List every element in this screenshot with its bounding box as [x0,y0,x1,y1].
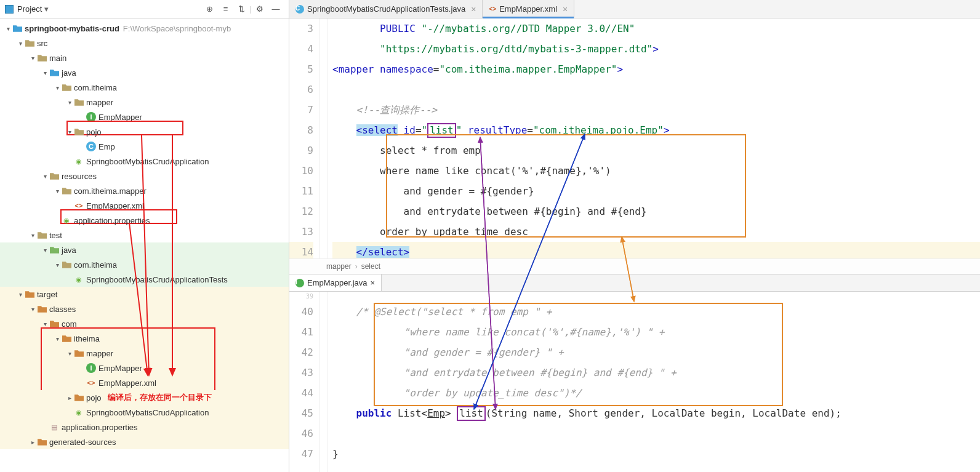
tree-app-props[interactable]: ▾◉ application.properties [0,213,289,228]
tree-app-tests[interactable]: ▾◉ SpringbootMybatisCrudApplicationTests [0,272,289,287]
project-icon [5,5,14,14]
spring-icon: ◉ [74,156,84,166]
tree-classes[interactable]: ▾ classes [0,302,289,316]
tab-label: EmpMapper.java [307,278,367,287]
tree-src[interactable]: ▾ src [0,36,289,50]
tree-target[interactable]: ▾ target [0,287,289,302]
tree-java[interactable]: ▾ java [0,65,289,80]
class-icon: C [86,142,96,151]
expand-icon[interactable]: ⇅ [236,4,247,15]
crumb[interactable]: mapper [326,262,351,271]
gutter: 34567891011121314 [289,18,320,258]
target-icon[interactable]: ⊕ [204,4,215,15]
tree-emp-mapper[interactable]: ▾I EmpMapper [0,110,289,124]
tree-test[interactable]: ▾ test [0,228,289,242]
spring-icon: ◉ [74,407,84,417]
tree-app-props2[interactable]: ▾▤ application.properties [0,420,289,434]
code-body[interactable]: /* @Select("select * from emp " + "where… [327,292,980,472]
tree-root[interactable]: ▾ springboot-mybatis-crud F:\WorkSpace\s… [0,21,289,36]
tree-com[interactable]: ▾ com [0,316,289,331]
spring-icon: ◉ [62,215,71,225]
tree-test-java[interactable]: ▾ java [0,242,289,257]
tree-app-main2[interactable]: ▾◉ SpringbootMybatisCrudApplication [0,405,289,420]
tree-app-main[interactable]: ▾◉ SpringbootMybatisCrudApplication [0,154,289,169]
tree-emp-mapper2[interactable]: ▾I EmpMapper [0,361,289,375]
tab-java[interactable]: I EmpMapper.java × [289,274,382,291]
interface-icon: I [295,279,304,287]
tree-resources[interactable]: ▾ resources [0,169,289,183]
tree-emp[interactable]: ▾C Emp [0,139,289,154]
java-editor[interactable]: 394041424344454647 /* @Select("select * … [289,292,980,472]
tree-emp-mapper-xml2[interactable]: ▾<> EmpMapper.xml [0,375,289,390]
tree-itheima[interactable]: ▾ itheima [0,331,289,346]
tree-res-mapper[interactable]: ▾ com.itheima.mapper [0,183,289,198]
class-icon: C [295,5,304,14]
editor-tab-bar: C SpringbootMybatisCrudApplicationTests.… [289,0,980,18]
crumb[interactable]: select [361,262,380,271]
tree-com-itheima[interactable]: ▾ com.itheima [0,80,289,95]
tree-test-com-itheima[interactable]: ▾ com.itheima [0,257,289,272]
tab-label: EmpMapper.xml [499,4,557,14]
secondary-tab-bar: I EmpMapper.java × [289,274,980,292]
close-icon[interactable]: × [471,4,476,14]
project-tree: ▾ springboot-mybatis-crud F:\WorkSpace\s… [0,18,289,472]
tree-mapper2[interactable]: ▾ mapper [0,346,289,361]
xml-icon: <> [489,6,496,12]
hide-icon[interactable]: — [270,4,281,15]
gutter: 394041424344454647 [289,292,320,472]
project-sidebar: Project ▾ ⊕ ≡ ⇅ | ⚙ — ▾ springboot-mybat… [0,0,289,472]
interface-icon: I [86,363,96,373]
tree-generated[interactable]: ▸ generated-sources [0,434,289,449]
properties-icon: ▤ [49,422,59,432]
project-name[interactable]: springboot-mybatis-crud [25,24,119,33]
xml-icon: <> [86,378,96,388]
tab-label: SpringbootMybatisCrudApplicationTests.ja… [307,4,465,14]
tab-xml[interactable]: <> EmpMapper.xml × [483,0,574,18]
close-icon[interactable]: × [563,4,568,14]
close-icon[interactable]: × [371,278,376,287]
code-body[interactable]: PUBLIC "-//mybatis.org//DTD Mapper 3.0//… [327,18,980,258]
tree-pojo[interactable]: ▾ pojo [0,124,289,139]
breadcrumb: mapper › select [289,258,980,274]
sidebar-header: Project ▾ ⊕ ≡ ⇅ | ⚙ — [0,0,289,18]
project-path: F:\WorkSpace\springboot-myb [123,24,231,33]
xml-editor[interactable]: 34567891011121314 PUBLIC "-//mybatis.org… [289,18,980,258]
tree-mapper[interactable]: ▾ mapper [0,95,289,110]
tree-pojo2[interactable]: ▸ pojo 编译后，存放在同一个目录下 [0,390,289,405]
collapse-icon[interactable]: ≡ [220,4,231,15]
gear-icon[interactable]: ⚙ [254,4,265,15]
tab-tests[interactable]: C SpringbootMybatisCrudApplicationTests.… [289,0,483,18]
red-annotation-text: 编译后，存放在同一个目录下 [108,392,212,403]
spring-icon: ◉ [74,274,84,284]
editor-area: C SpringbootMybatisCrudApplicationTests.… [289,0,980,472]
tree-main[interactable]: ▾ main [0,50,289,65]
project-label: Project [17,4,42,14]
interface-icon: I [86,112,96,122]
dropdown-arrow-icon[interactable]: ▾ [44,4,49,14]
xml-icon: <> [74,201,84,210]
tree-emp-mapper-xml[interactable]: ▾<> EmpMapper.xml [0,198,289,213]
